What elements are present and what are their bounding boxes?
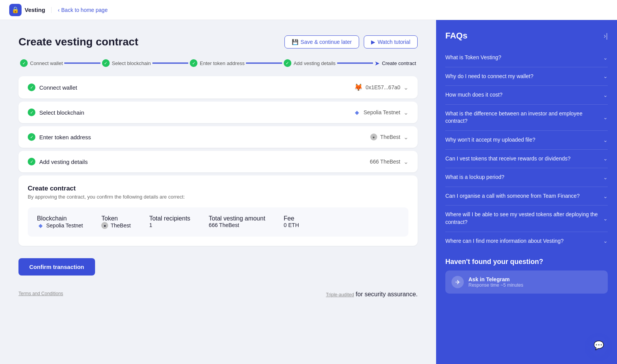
faq-chevron-4: ⌄ [603, 137, 608, 143]
accordion-select-blockchain[interactable]: ✓ Select blockchain ◆ Sepolia Testnet ⌄ [18, 102, 418, 123]
page-title-row: Create vesting contract 💾 Save & continu… [18, 35, 418, 48]
summary-blockchain-col: Blockchain ◆ Sepolia Testnet [37, 215, 83, 229]
metamask-icon: 🦊 [354, 83, 363, 92]
step-arrow-icon: ➤ [375, 60, 380, 67]
check-icon-vesting: ✓ [28, 158, 35, 165]
chevron-icon-blockchain: ⌄ [403, 109, 408, 116]
blockchain-summary-value: ◆ Sepolia Testnet [37, 222, 83, 229]
accordion-right-blockchain: ◆ Sepolia Testnet ⌄ [354, 109, 408, 116]
ethereum-icon: ◆ [354, 109, 361, 116]
steps-row: ✓ Connect wallet ✓ Select blockchain ✓ E… [18, 59, 418, 67]
progress-bar: ✓ Connect wallet ✓ Select blockchain ✓ E… [18, 59, 418, 67]
faq-title: FAQs [445, 31, 467, 41]
audit-text: Triple-audited for security assurance. [326, 291, 418, 298]
terms-link[interactable]: Terms and Conditions [18, 291, 63, 298]
accordion-left-token: ✓ Enter token address [28, 133, 91, 141]
blockchain-summary-text: Sepolia Testnet [46, 222, 83, 229]
faq-question-4: Why won't it accept my uploaded file? [445, 136, 599, 144]
left-content: Create vesting contract 💾 Save & continu… [0, 20, 436, 364]
step-check-vesting: ✓ [284, 59, 291, 67]
accordion-connect-wallet[interactable]: ✓ Connect wallet 🦊 0x1E57...67a0 ⌄ [18, 76, 418, 99]
step-connect-wallet: ✓ Connect wallet [18, 59, 64, 67]
faq-chevron-5: ⌄ [603, 155, 608, 162]
faq-chevron-7: ⌄ [603, 193, 608, 199]
back-to-home-link[interactable]: ‹ Back to home page [51, 7, 107, 13]
faq-item-0[interactable]: What is Token Vesting? ⌄ [445, 48, 608, 67]
accordion-left-vesting: ✓ Add vesting details [28, 158, 88, 165]
accordion-add-vesting[interactable]: ✓ Add vesting details 666 TheBest ⌄ [18, 151, 418, 172]
accordion-right-vesting: 666 TheBest ⌄ [370, 158, 408, 165]
step-check-connect: ✓ [20, 59, 28, 67]
token-value: TheBest [380, 134, 400, 140]
summary-token-col: Token ● TheBest [101, 215, 130, 229]
summary-fee-col: Fee 0 ETH [284, 215, 299, 228]
step-create-contract: ➤ Create contract [373, 60, 418, 67]
faq-item-9[interactable]: Where can I find more information about … [445, 232, 608, 250]
back-link-label: Back to home page [61, 7, 108, 13]
page-title: Create vesting contract [18, 36, 138, 48]
wallet-address: 0x1E57...67a0 [366, 84, 400, 90]
confirm-btn-label: Confirm transaction [29, 264, 84, 270]
faq-item-6[interactable]: What is a lockup period? ⌄ [445, 168, 608, 187]
faq-question-0: What is Token Vesting? [445, 54, 599, 62]
faq-item-1[interactable]: Why do I need to connect my wallet? ⌄ [445, 67, 608, 86]
blockchain-value: Sepolia Testnet [364, 109, 400, 115]
check-icon-connect: ✓ [28, 83, 35, 91]
faq-question-3: What is the difference between an invest… [445, 110, 599, 125]
faq-chevron-6: ⌄ [603, 174, 608, 180]
faq-item-4[interactable]: Why won't it accept my uploaded file? ⌄ [445, 131, 608, 150]
chevron-icon-vesting: ⌄ [403, 158, 408, 165]
faq-item-2[interactable]: How much does it cost? ⌄ [445, 86, 608, 105]
faq-item-8[interactable]: Where will I be able to see my vested to… [445, 205, 608, 232]
eth-summary-icon: ◆ [37, 222, 44, 229]
telegram-text: Ask in Telegram Response time ~5 minutes [468, 276, 523, 288]
chevron-icon-connect: ⌄ [403, 84, 408, 91]
chat-bubble-button[interactable]: 💬 [589, 336, 608, 355]
app-name: Vesting [25, 7, 45, 13]
triple-audited-link[interactable]: Triple-audited [326, 292, 354, 297]
faq-chevron-9: ⌄ [603, 238, 608, 244]
faq-question-5: Can I vest tokens that receive rewards o… [445, 155, 599, 163]
header: 🔒 Vesting ‹ Back to home page [0, 0, 617, 20]
faq-item-7[interactable]: Can I organise a call with someone from … [445, 187, 608, 206]
footer: Terms and Conditions Triple-audited for … [18, 288, 418, 298]
fee-summary-value: 0 ETH [284, 222, 299, 228]
token-summary-text: TheBest [110, 222, 130, 229]
faq-item-5[interactable]: Can I vest tokens that receive rewards o… [445, 150, 608, 169]
vesting-logo-icon: 🔒 [9, 4, 22, 16]
step-check-blockchain: ✓ [102, 59, 110, 67]
accordion-title-connect: Connect wallet [39, 84, 77, 91]
watch-tutorial-button[interactable]: ▶ Watch tutorial [364, 35, 418, 48]
token-summary-icon: ● [101, 222, 108, 229]
save-icon: 💾 [292, 39, 298, 45]
havent-found-title: Haven't found your question? [445, 258, 608, 266]
telegram-card[interactable]: ✈ Ask in Telegram Response time ~5 minut… [445, 270, 608, 294]
faq-item-3[interactable]: What is the difference between an invest… [445, 105, 608, 131]
main-layout: Create vesting contract 💾 Save & continu… [0, 20, 617, 364]
recipients-label: Total recipients [149, 215, 191, 222]
chevron-icon-token: ⌄ [403, 134, 408, 141]
blockchain-label: Blockchain [37, 215, 67, 222]
step-label-create: Create contract [382, 60, 416, 66]
step-select-blockchain: ✓ Select blockchain [100, 59, 152, 67]
summary-vesting-col: Total vesting amount 666 TheBest [209, 215, 265, 228]
faq-chevron-3: ⌄ [603, 114, 608, 120]
fee-summary-text: 0 ETH [284, 222, 299, 228]
faq-question-8: Where will I be able to see my vested to… [445, 211, 599, 226]
fee-label: Fee [284, 215, 294, 222]
accordion-enter-token[interactable]: ✓ Enter token address ● TheBest ⌄ [18, 126, 418, 148]
faq-chevron-0: ⌄ [603, 55, 608, 61]
contract-summary: Blockchain ◆ Sepolia Testnet Token ● The… [28, 207, 408, 237]
token-icon: ● [370, 134, 377, 140]
step-check-token: ✓ [190, 59, 197, 67]
vesting-amount-value: 666 TheBest [370, 159, 400, 165]
watch-btn-label: Watch tutorial [378, 39, 410, 45]
havent-found-section: Haven't found your question? ✈ Ask in Te… [445, 258, 608, 294]
save-continue-button[interactable]: 💾 Save & continue later [284, 35, 359, 48]
confirm-transaction-button[interactable]: Confirm transaction [18, 258, 95, 276]
recipients-summary-text: 1 [149, 222, 152, 228]
faq-question-1: Why do I need to connect my wallet? [445, 73, 599, 80]
faq-collapse-button[interactable]: ›| [604, 32, 608, 40]
step-label-blockchain: Select blockchain [112, 60, 151, 66]
action-buttons: 💾 Save & continue later ▶ Watch tutorial [284, 35, 418, 48]
